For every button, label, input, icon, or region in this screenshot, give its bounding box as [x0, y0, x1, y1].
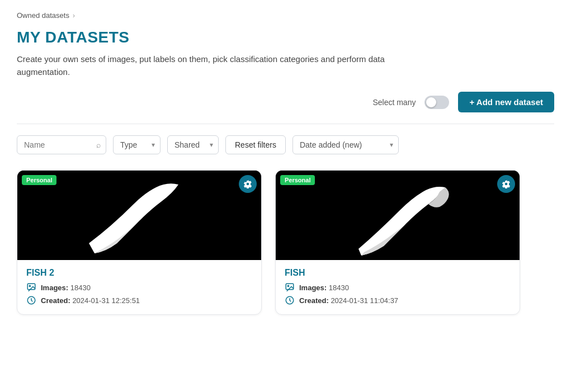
created-label-fish: Created: [299, 296, 329, 305]
sort-filter-select[interactable]: Date added (new) Date added (old) Name (… [292, 135, 399, 154]
add-dataset-button[interactable]: + Add new dataset [458, 92, 554, 112]
toggle-thumb [426, 97, 436, 107]
type-filter-wrapper: Type Image Video ▾ [113, 135, 161, 154]
svg-point-6 [287, 285, 289, 286]
type-filter-select[interactable]: Type Image Video [113, 135, 161, 154]
datasets-grid: Personal FISH 2 Images: 18430 [17, 170, 520, 315]
images-icon-2 [285, 282, 295, 292]
dataset-card-fish2: Personal FISH 2 Images: 18430 [17, 170, 262, 315]
created-date-fish: 2024-01-31 11:04:37 [331, 296, 398, 305]
card-settings-button-fish2[interactable] [239, 175, 257, 193]
clock-icon [26, 295, 36, 305]
images-label-fish: Images: [299, 284, 327, 292]
toolbar: Select many + Add new dataset [17, 92, 554, 124]
images-label-fish2: Images: [41, 284, 68, 292]
card-image-fish: Personal [276, 171, 520, 260]
filters-row: ⌕ Type Image Video ▾ Shared Yes No ▾ Res… [17, 135, 554, 154]
card-badge-fish2: Personal [22, 175, 56, 185]
card-settings-button-fish[interactable] [497, 175, 515, 193]
gear-icon-2 [502, 180, 511, 188]
card-images-row-fish2: Images: 18430 [26, 282, 252, 292]
select-many-toggle[interactable] [424, 96, 449, 109]
card-title-fish[interactable]: FISH [285, 268, 511, 278]
sort-filter-wrapper: Date added (new) Date added (old) Name (… [292, 135, 399, 154]
card-created-row-fish: Created: 2024-01-31 11:04:37 [285, 295, 511, 305]
select-many-label: Select many [372, 98, 416, 107]
created-label-fish2: Created: [41, 296, 70, 305]
page-description: Create your own sets of images, put labe… [17, 53, 408, 78]
card-body-fish2: FISH 2 Images: 18430 Created: 2024-01 [17, 260, 261, 314]
shared-filter-select[interactable]: Shared Yes No [167, 135, 219, 154]
clock-icon-2 [285, 295, 295, 305]
shared-filter-wrapper: Shared Yes No ▾ [167, 135, 219, 154]
breadcrumb-chevron: › [73, 12, 75, 20]
created-date-fish2: 2024-01-31 12:25:51 [72, 296, 140, 305]
breadcrumb: Owned datasets › [17, 11, 554, 20]
svg-point-2 [29, 285, 30, 286]
card-images-row-fish: Images: 18430 [285, 282, 511, 292]
dataset-card-fish: Personal FISH Images: 18430 [275, 170, 520, 315]
card-badge-fish: Personal [280, 175, 315, 185]
page-title: MY DATASETS [17, 29, 554, 46]
images-icon [26, 282, 36, 292]
card-image-fish2: Personal [17, 171, 261, 260]
reset-filters-button[interactable]: Reset filters [225, 135, 286, 154]
card-meta-fish: Images: 18430 Created: 2024-01-31 11:04:… [285, 282, 511, 305]
name-filter-input[interactable] [17, 135, 106, 154]
card-created-row-fish2: Created: 2024-01-31 12:25:51 [26, 295, 252, 305]
images-count-fish: 18430 [329, 284, 349, 292]
images-count-fish2: 18430 [70, 284, 91, 292]
card-title-fish2[interactable]: FISH 2 [26, 268, 252, 278]
card-body-fish: FISH Images: 18430 Created: 2024-01-3 [276, 260, 520, 314]
breadcrumb-parent[interactable]: Owned datasets [17, 11, 69, 20]
toggle-track [424, 96, 449, 109]
card-meta-fish2: Images: 18430 Created: 2024-01-31 12:25:… [26, 282, 252, 305]
gear-icon [243, 180, 252, 188]
name-filter-wrapper: ⌕ [17, 135, 106, 154]
